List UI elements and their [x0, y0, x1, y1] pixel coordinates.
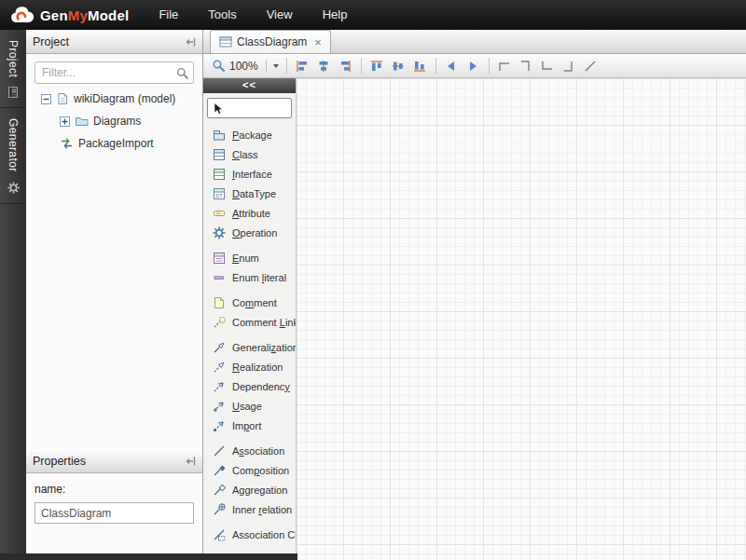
- class-icon: [212, 147, 227, 162]
- tree-node-label: PackageImport: [78, 137, 154, 150]
- menu-tools[interactable]: Tools: [193, 0, 251, 30]
- palette-tool-enum-literal[interactable]: Enum literal: [203, 267, 296, 287]
- palette-tool-usage[interactable]: Usage: [203, 396, 296, 416]
- palette-tool-label: Interface: [232, 169, 272, 180]
- palette-group: AssociationCompositionAggregationInner r…: [203, 441, 296, 519]
- tree-node-diagrams[interactable]: Diagrams: [26, 110, 202, 132]
- palette-collapse-button[interactable]: <<: [203, 78, 296, 93]
- align-middle-button[interactable]: [388, 56, 409, 76]
- enum-icon: [212, 251, 227, 266]
- editor-toolbar: 100%: [203, 54, 746, 78]
- tree-node-wikidiagram-model[interactable]: wikiDiagram (model): [26, 88, 202, 110]
- palette-tool-comment-link[interactable]: Comment Link: [203, 312, 296, 332]
- svg-text:DT: DT: [215, 192, 223, 198]
- palette-tool-package[interactable]: Package: [203, 125, 296, 144]
- palette-tool-label: Class: [232, 149, 258, 160]
- elbow-down-right-button[interactable]: [537, 56, 559, 76]
- zoom-select[interactable]: 100%: [212, 59, 282, 73]
- interface-icon: [212, 167, 227, 182]
- expand-icon[interactable]: [60, 116, 70, 127]
- palette-tool-class[interactable]: Class: [203, 144, 296, 164]
- collapse-icon[interactable]: [41, 94, 51, 104]
- pin-icon[interactable]: [185, 456, 196, 467]
- select-tool[interactable]: [207, 98, 292, 118]
- properties-panel-title: Properties: [33, 455, 86, 468]
- flip-right-button[interactable]: [463, 56, 484, 76]
- elbow-right-down-button[interactable]: [516, 56, 537, 76]
- filter-wrap: [35, 61, 194, 84]
- palette-tool-generalization[interactable]: Generalization: [203, 337, 296, 357]
- toolbar-separator: [435, 58, 436, 74]
- app-logo[interactable]: GenMyModel: [0, 7, 144, 24]
- palette-tool-operation[interactable]: Operation: [203, 223, 296, 242]
- palette-tool-enum[interactable]: Enum: [203, 248, 296, 267]
- dropdown-arrow-icon[interactable]: [273, 64, 279, 68]
- tree-node-packageimport[interactable]: PackageImport: [26, 132, 202, 155]
- palette-tool-label: Comment Link: [232, 317, 296, 328]
- menu-view[interactable]: View: [252, 0, 308, 30]
- palette-tool-label: Inner relation: [232, 504, 292, 515]
- palette-tool-label: Package: [232, 130, 272, 141]
- aggregation-icon: [212, 483, 227, 498]
- align-right-button[interactable]: [335, 56, 356, 76]
- elbow-up-right-button[interactable]: [494, 56, 516, 76]
- toolbar-separator: [361, 58, 362, 74]
- toolbar-separator: [489, 58, 490, 74]
- tab-classdiagram[interactable]: ClassDiagram ×: [210, 30, 331, 53]
- app-title: GenMyModel: [40, 7, 129, 23]
- usage-icon: [212, 399, 227, 414]
- palette-group: CommentComment Link: [203, 293, 296, 332]
- align-bottom-button[interactable]: [409, 56, 431, 76]
- zoom-divider: [266, 60, 267, 73]
- palette-tool-datatype[interactable]: DTDataType: [203, 184, 296, 203]
- palette-tool-label: Aggregation: [232, 485, 287, 496]
- palette-tool-interface[interactable]: Interface: [203, 164, 296, 184]
- import-icon: [212, 418, 227, 433]
- pin-icon[interactable]: [185, 36, 196, 48]
- palette-tool-label: Dependency: [232, 381, 290, 392]
- filter-input[interactable]: [35, 61, 194, 84]
- rail-tab-project[interactable]: Project: [0, 30, 26, 108]
- workspace: << PackageClassInterfaceDTDataTypeAttrib…: [203, 78, 746, 560]
- property-input-name[interactable]: [35, 502, 194, 524]
- toolbar-groups: [282, 56, 601, 76]
- rail-tab-generator[interactable]: Generator: [0, 108, 26, 204]
- palette-tool-composition[interactable]: Composition: [203, 460, 296, 480]
- palette-items: PackageClassInterfaceDTDataTypeAttribute…: [203, 122, 296, 560]
- tree-node-label: wikiDiagram (model): [74, 92, 175, 105]
- close-tab-icon[interactable]: ×: [314, 35, 322, 49]
- align-top-button[interactable]: [366, 56, 388, 76]
- palette-tool-inner-relation[interactable]: Inner relation: [203, 499, 296, 519]
- properties-panel-header: Properties: [26, 449, 202, 473]
- cursor-icon: [211, 102, 225, 116]
- palette-tool-association-cl[interactable]: Association Cl...: [203, 525, 296, 544]
- elbow-right-up-button[interactable]: [559, 56, 580, 76]
- palette-tool-label: Import: [232, 420, 261, 431]
- diagram-canvas[interactable]: [297, 78, 746, 560]
- straight-line-button[interactable]: [580, 56, 601, 76]
- menu-help[interactable]: Help: [308, 0, 363, 30]
- align-left-button[interactable]: [292, 56, 313, 76]
- palette-tool-label: Generalization: [232, 342, 296, 353]
- flip-left-button[interactable]: [441, 56, 463, 76]
- side-rail: ProjectGenerator: [0, 30, 26, 560]
- association-class-icon: [212, 527, 227, 542]
- align-center-button[interactable]: [313, 56, 335, 76]
- notebook-icon: [7, 86, 20, 99]
- palette-tool-label: Operation: [232, 227, 277, 239]
- attribute-icon: [212, 206, 227, 221]
- editor: ClassDiagram × 100% << PackageClassInter…: [203, 30, 746, 560]
- palette-tool-association[interactable]: Association: [203, 441, 296, 460]
- menu-file[interactable]: File: [144, 0, 193, 30]
- palette-tool-label: Realization: [232, 362, 283, 373]
- palette-tool-import[interactable]: Import: [203, 416, 296, 435]
- project-tree: wikiDiagram (model)DiagramsPackageImport: [26, 88, 202, 155]
- palette-tool-comment[interactable]: Comment: [203, 293, 296, 312]
- palette-tool-dependency[interactable]: Dependency: [203, 376, 296, 396]
- palette-tool-attribute[interactable]: Attribute: [203, 203, 296, 223]
- palette-tool-label: Enum: [232, 253, 259, 264]
- palette-tool-aggregation[interactable]: Aggregation: [203, 480, 296, 499]
- palette-tool-label: DataType: [232, 188, 276, 199]
- palette-group: GeneralizationRealizationDependencyUsage…: [203, 337, 296, 435]
- palette-tool-realization[interactable]: Realization: [203, 357, 296, 376]
